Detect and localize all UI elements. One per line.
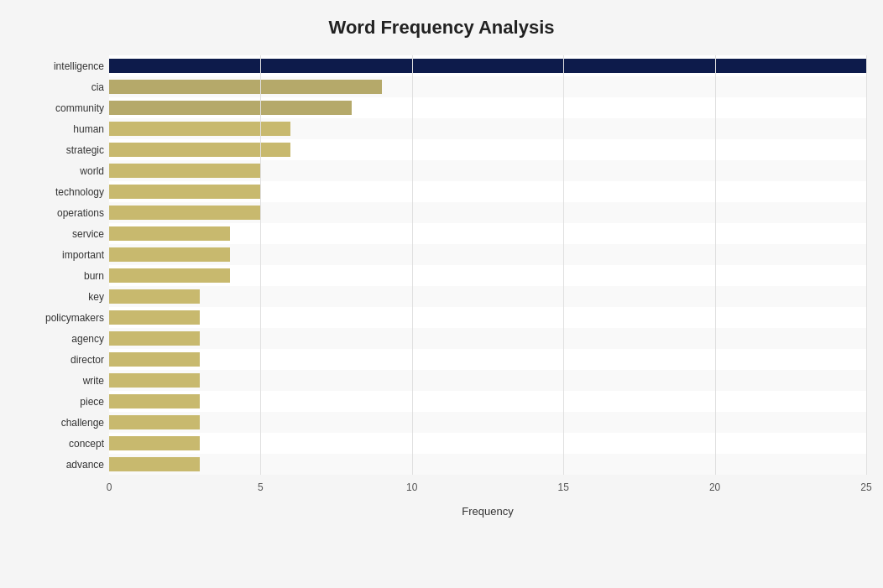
grid-line — [866, 55, 867, 475]
y-label: human — [73, 118, 109, 139]
x-tick: 20 — [709, 481, 720, 493]
bar-row — [109, 160, 866, 181]
y-label: community — [55, 97, 109, 118]
y-label: concept — [69, 433, 109, 454]
bar-row — [109, 76, 866, 97]
bar — [109, 415, 200, 430]
x-axis-label: Frequency — [109, 505, 866, 518]
x-axis-label-container: Frequency — [17, 503, 866, 518]
y-label: advance — [66, 454, 109, 475]
y-label: intelligence — [54, 55, 109, 76]
bar-row — [109, 55, 866, 76]
bars-and-labels: intelligenceciacommunityhumanstrategicwo… — [17, 55, 866, 475]
y-label: strategic — [66, 139, 109, 160]
y-label: burn — [84, 265, 109, 286]
x-tick: 0 — [107, 481, 112, 493]
y-label: cia — [91, 76, 109, 97]
bar — [109, 143, 290, 158]
bar — [109, 331, 200, 346]
bars-section — [109, 55, 866, 475]
bar — [109, 226, 230, 242]
y-label: important — [62, 244, 109, 265]
x-tick: 5 — [258, 481, 264, 493]
bar-row — [109, 265, 866, 286]
bar — [109, 164, 260, 179]
bar-row — [109, 433, 866, 454]
bar — [109, 206, 260, 221]
y-label: technology — [55, 181, 109, 202]
x-tick: 25 — [860, 481, 871, 493]
bar-row — [109, 370, 866, 391]
bar-row — [109, 307, 866, 328]
bar — [109, 289, 200, 304]
x-axis-spacer — [17, 478, 109, 503]
bar — [109, 122, 290, 137]
bar — [109, 373, 200, 388]
bar — [109, 457, 200, 472]
y-label: piece — [80, 391, 109, 412]
x-axis-label-spacer — [17, 503, 109, 518]
bar — [109, 268, 230, 284]
bar — [109, 185, 260, 200]
bar — [109, 352, 200, 367]
y-label: agency — [71, 328, 109, 349]
chart-container: Word Frequency Analysis intelligenceciac… — [0, 0, 883, 588]
y-label: service — [72, 223, 109, 244]
bar-row — [109, 139, 866, 160]
bar — [109, 59, 866, 74]
x-axis-container: 0510152025 — [17, 478, 866, 503]
bar-row — [109, 286, 866, 307]
y-label: operations — [57, 202, 109, 223]
bar-row — [109, 181, 866, 202]
chart-area: intelligenceciacommunityhumanstrategicwo… — [17, 55, 866, 518]
y-label: write — [83, 370, 109, 391]
y-label: challenge — [61, 412, 109, 433]
bar — [109, 247, 230, 263]
y-label: policymakers — [45, 307, 109, 328]
y-labels: intelligenceciacommunityhumanstrategicwo… — [17, 55, 109, 475]
bar — [109, 394, 200, 409]
chart-title: Word Frequency Analysis — [17, 8, 866, 55]
y-label: world — [80, 160, 109, 181]
x-axis: 0510152025 — [109, 478, 866, 503]
x-tick: 10 — [406, 481, 417, 493]
bar-row — [109, 97, 866, 118]
bar — [109, 101, 352, 116]
bar — [109, 436, 200, 451]
bar-row — [109, 328, 866, 349]
bar-row — [109, 223, 866, 244]
bar-row — [109, 412, 866, 433]
bar-row — [109, 244, 866, 265]
bar — [109, 80, 382, 95]
bar — [109, 310, 200, 325]
y-label: director — [71, 349, 109, 370]
bar-row — [109, 391, 866, 412]
bar-row — [109, 202, 866, 223]
x-tick: 15 — [558, 481, 569, 493]
bar-row — [109, 454, 866, 475]
bar-row — [109, 118, 866, 139]
bar-row — [109, 349, 866, 370]
y-label: key — [88, 286, 109, 307]
